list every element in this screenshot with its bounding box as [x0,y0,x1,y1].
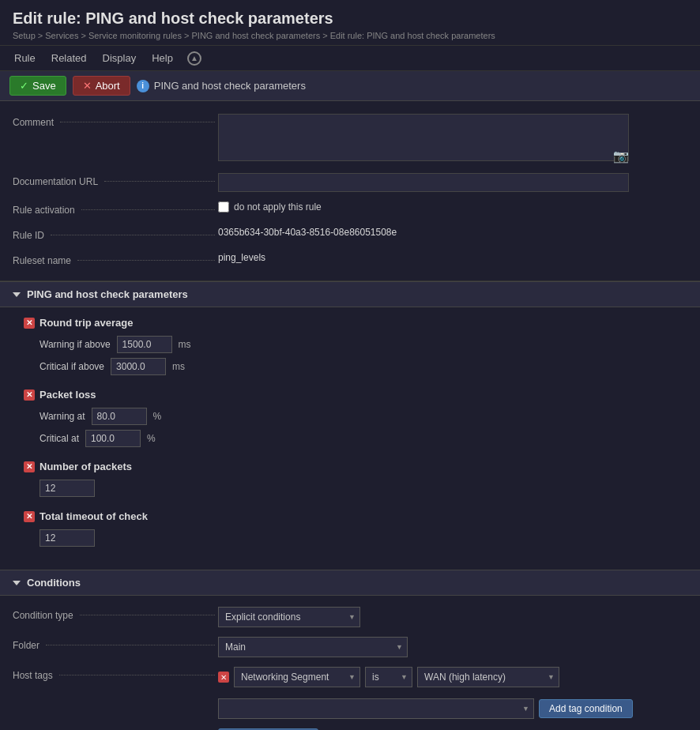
host-tags-value: ✕ Networking Segment is WAN (high late [218,667,633,719]
comment-row: Comment 📷 [0,109,700,168]
rule-activation-checkbox[interactable] [218,201,229,213]
toolbar: ✓ Save ✕ Abort i PING and host check par… [0,71,700,101]
folder-select[interactable]: Main [218,637,408,657]
conditions-section-header[interactable]: Conditions [0,570,700,596]
num-packets-group: ✕ Number of packets [24,461,687,499]
host-tags-label: Host tags [13,667,218,681]
ping-params-section-header[interactable]: PING and host check parameters [0,281,700,307]
rule-activation-row: Rule activation do not apply this rule [0,197,700,222]
x-icon: ✕ [83,80,92,92]
documentation-url-label: Documentation URL [13,173,218,187]
tag-condition-row-1: ✕ Networking Segment is WAN (high late [218,667,633,687]
page-header: Edit rule: PING and host check parameter… [0,0,700,46]
num-packets-value-row [24,477,687,499]
condition-type-value: Explicit conditions [218,607,687,627]
rule-id-row: Rule ID 0365b634-30bf-40a3-8516-08e86051… [0,222,700,247]
comment-textarea[interactable] [218,114,629,161]
remove-tag-condition-btn[interactable]: ✕ [218,672,229,683]
folder-label: Folder [13,637,218,651]
tag-operator-select-wrapper: is [365,667,412,687]
round-trip-header: ✕ Round trip average [24,317,687,329]
check-icon: ✓ [20,80,28,92]
round-trip-critical-input[interactable] [111,358,166,375]
rule-activation-checkbox-label: do not apply this rule [218,201,322,213]
rule-activation-label: Rule activation [13,201,218,216]
basic-form-section: Comment 📷 Documentation URL R [0,101,700,281]
folder-value: Main [218,637,687,657]
condition-type-row: Condition type Explicit conditions [0,602,700,632]
info-icon: i [137,80,149,92]
round-trip-critical-row: Critical if above ms [24,356,687,378]
total-timeout-header: ✕ Total timeout of check [24,510,687,522]
tag-add-select[interactable] [218,698,534,719]
tag-operator-select[interactable]: is [365,667,412,687]
nav-collapse-icon[interactable]: ▲ [187,51,201,66]
packet-loss-critical-input[interactable] [85,430,141,447]
packet-loss-warning-row: Warning at % [24,405,687,427]
ruleset-name-label: Ruleset name [13,252,218,266]
ruleset-name-value: ping_levels [218,252,687,263]
documentation-url-value [218,173,687,192]
nav-help[interactable]: Help [150,49,175,67]
tag-segment-select-wrapper: Networking Segment [234,667,360,687]
folder-select-wrapper: Main [218,637,408,657]
round-trip-group: ✕ Round trip average Warning if above ms… [24,317,687,378]
num-packets-remove-btn[interactable]: ✕ [24,461,35,472]
rule-id-value: 0365b634-30bf-40a3-8516-08e86051508e [218,227,687,238]
condition-type-label: Condition type [13,607,218,621]
conditions-collapse-icon [13,581,21,585]
rule-activation-value: do not apply this rule [218,201,687,213]
rule-id-label: Rule ID [13,227,218,241]
num-packets-header: ✕ Number of packets [24,461,687,472]
condition-type-select-wrapper: Explicit conditions [218,607,360,627]
comment-label: Comment [13,114,218,128]
tag-condition-row-2: Add tag condition [218,698,633,719]
ping-params-collapse-icon [13,292,21,297]
total-timeout-input[interactable] [40,529,95,547]
packet-loss-critical-row: Critical at % [24,427,687,450]
round-trip-warning-row: Warning if above ms [24,333,687,356]
ruleset-name-row: Ruleset name ping_levels [0,247,700,273]
total-timeout-remove-btn[interactable]: ✕ [24,511,35,522]
nav-rule[interactable]: Rule [13,49,37,67]
tag-add-select-wrapper [218,698,534,719]
comment-value: 📷 [218,114,687,164]
breadcrumb: Setup > Services > Service monitoring ru… [13,31,687,40]
round-trip-remove-btn[interactable]: ✕ [24,318,35,329]
total-timeout-value-row [24,527,687,549]
tag-segment-select[interactable]: Networking Segment [234,667,360,687]
camera-icon[interactable]: 📷 [613,149,629,164]
folder-row: Folder Main [0,632,700,662]
add-tag-condition-button[interactable]: Add tag condition [539,699,633,718]
nav-display[interactable]: Display [101,49,138,67]
packet-loss-group: ✕ Packet loss Warning at % Critical at % [24,389,687,450]
conditions-content: Condition type Explicit conditions Folde… [0,596,700,730]
host-labels-row: Host labels Add label condition [0,724,700,730]
top-nav: Rule Related Display Help ▲ [0,46,700,71]
num-packets-input[interactable] [40,480,95,497]
tag-value-select[interactable]: WAN (high latency) [417,667,559,687]
save-button[interactable]: ✓ Save [9,76,66,96]
packet-loss-header: ✕ Packet loss [24,389,687,401]
tag-value-select-wrapper: WAN (high latency) [417,667,559,687]
total-timeout-group: ✕ Total timeout of check [24,510,687,549]
condition-type-select[interactable]: Explicit conditions [218,607,360,627]
round-trip-warning-input[interactable] [117,336,172,353]
documentation-url-row: Documentation URL [0,168,700,197]
nav-related[interactable]: Related [50,49,88,67]
host-tags-row: Host tags ✕ Networking Segment is [0,662,700,724]
abort-button[interactable]: ✕ Abort [73,76,130,96]
ping-params-content: ✕ Round trip average Warning if above ms… [0,307,700,570]
main-content: Comment 📷 Documentation URL R [0,101,700,730]
page-title: Edit rule: PING and host check parameter… [13,9,687,28]
comment-textarea-wrapper: 📷 [218,114,629,164]
toolbar-section-title: i PING and host check parameters [137,80,306,92]
packet-loss-warning-input[interactable] [92,408,147,425]
packet-loss-remove-btn[interactable]: ✕ [24,389,35,401]
documentation-url-input[interactable] [218,173,629,192]
